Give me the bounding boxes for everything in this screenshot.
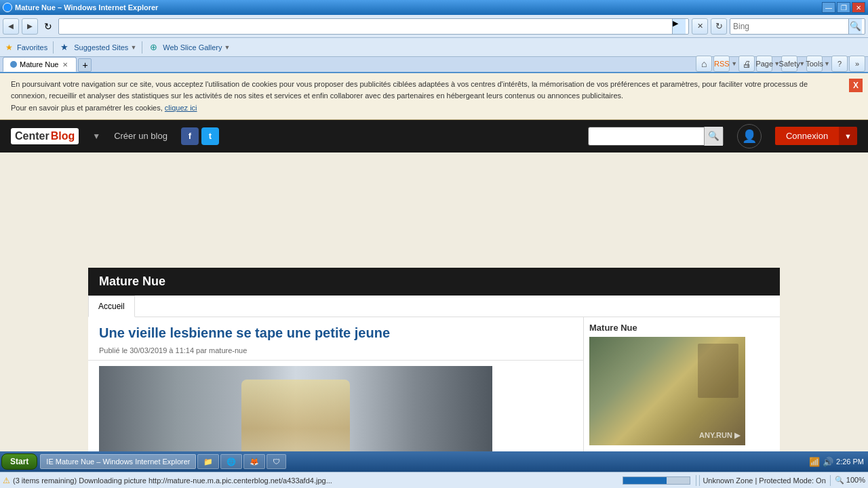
status-separator-1	[696, 475, 696, 486]
cookie-text-more: Pour en savoir plus et paramétrer les co…	[11, 104, 163, 112]
taskbar-item-folder[interactable]: 📁	[197, 454, 219, 469]
zone-text: Unknown Zone | Protected Mode: On	[703, 476, 825, 485]
create-blog-button[interactable]: Créer un blog	[114, 131, 167, 141]
header-search-input[interactable]	[589, 131, 704, 141]
suggested-sites-icon: ★	[59, 42, 70, 53]
cookie-close-button[interactable]: X	[849, 79, 863, 92]
web-slice-icon: ⊕	[148, 42, 159, 53]
speaker-icon: 🔊	[823, 457, 833, 467]
minimize-button[interactable]: —	[822, 2, 835, 13]
taskbar: Start IE Mature Nue – Windows Internet E…	[0, 451, 868, 472]
status-text: (3 items remaining) Downloading picture …	[13, 476, 332, 485]
network-icon: 📶	[809, 457, 820, 467]
new-tab-button[interactable]: +	[78, 58, 92, 72]
home-button[interactable]: ⌂	[696, 56, 712, 72]
web-slice-gallery-arrow: ▼	[224, 44, 231, 51]
connexion-dropdown-button[interactable]: ▼	[839, 127, 857, 145]
cookie-banner: En poursuivant votre navigation sur ce s…	[0, 73, 868, 120]
tab-loading-spinner	[10, 61, 17, 68]
taskbar-items: IE Mature Nue – Windows Internet Explore…	[40, 454, 809, 469]
close-button[interactable]: ✕	[852, 2, 865, 13]
favorites-link[interactable]: Favorites	[17, 43, 47, 52]
article-meta: Publié le 30/03/2019 à 11:14 par mature-…	[88, 346, 583, 361]
safety-dropdown-arrow[interactable]: ▼	[799, 60, 805, 67]
taskbar-item-0[interactable]: IE Mature Nue – Windows Internet Explore…	[40, 454, 196, 469]
zoom-button[interactable]: 🔍 100%	[835, 476, 865, 485]
active-tab[interactable]: Mature Nue ✕	[3, 57, 77, 72]
logo-blog-text: Blog	[51, 130, 75, 142]
start-label: Start	[10, 457, 28, 466]
web-slice-gallery-label: Web Slice Gallery	[163, 43, 222, 52]
suggested-sites-link[interactable]: Suggested Sites ▼	[74, 43, 136, 52]
address-bar[interactable]: http://mature-nue.centerblog.net/ ▶	[58, 18, 689, 35]
blog-header-bar: Mature Nue	[88, 268, 780, 296]
blog-title: Mature Nue	[99, 274, 769, 289]
taskbar-item-antivirus[interactable]: 🛡	[267, 454, 286, 469]
safety-button[interactable]: Safety	[781, 56, 797, 72]
tab-label: Mature Nue	[20, 60, 58, 68]
search-input[interactable]	[733, 22, 848, 31]
status-bar: ⚠ (3 items remaining) Downloading pictur…	[0, 472, 868, 488]
title-bar: Mature Nue – Windows Internet Explorer —…	[0, 0, 868, 15]
help-button[interactable]: ?	[831, 56, 848, 72]
address-input[interactable]: http://mature-nue.centerblog.net/	[62, 22, 672, 31]
status-separator-2	[699, 475, 700, 486]
page-button[interactable]: Page	[756, 56, 772, 72]
stop-button[interactable]: ✕	[692, 18, 708, 35]
refresh-button[interactable]: ↻	[41, 19, 56, 34]
clock: 2:26 PM	[836, 458, 864, 466]
restore-button[interactable]: ❐	[837, 2, 850, 13]
nav-bar: ◄ ► ↻ http://mature-nue.centerblog.net/ …	[0, 15, 868, 38]
connexion-wrapper: Connexion ▼	[775, 127, 857, 145]
start-button[interactable]: Start	[1, 453, 37, 470]
expand-button[interactable]: »	[849, 56, 865, 72]
blog-nav: Accueil	[88, 296, 780, 317]
favorites-label: Favorites	[17, 43, 47, 52]
print-button[interactable]: 🖨	[738, 56, 755, 72]
progress-bar	[623, 477, 667, 484]
suggested-sites-label: Suggested Sites	[74, 43, 128, 52]
title-bar-left: Mature Nue – Windows Internet Explorer	[3, 3, 158, 12]
sidebar-image: ANY.RUN ▶	[589, 337, 745, 445]
rss-dropdown-arrow[interactable]: ▼	[731, 60, 737, 67]
logo-dropdown-arrow[interactable]: ▼	[92, 131, 100, 141]
tab-close-button[interactable]: ✕	[61, 61, 69, 68]
taskbar-right: 📶 🔊 2:26 PM	[809, 457, 864, 467]
taskbar-item-firefox[interactable]: 🦊	[243, 454, 265, 469]
forward-button[interactable]: ►	[22, 18, 38, 35]
connexion-button[interactable]: Connexion	[775, 127, 839, 145]
header-search-button[interactable]: 🔍	[704, 127, 723, 146]
ad-area	[0, 152, 868, 268]
window-title: Mature Nue – Windows Internet Explorer	[15, 3, 158, 12]
twitter-icon[interactable]: t	[201, 127, 219, 145]
user-icon-button[interactable]: 👤	[737, 124, 762, 148]
address-go-button[interactable]: ▶	[672, 19, 686, 34]
taskbar-item-ie2[interactable]: 🌐	[220, 454, 242, 469]
tools-button[interactable]: Tools	[806, 56, 823, 72]
toolbar-separator-2	[142, 41, 142, 54]
status-right: Unknown Zone | Protected Mode: On 🔍 100%	[703, 475, 865, 486]
search-bar[interactable]: 🔍	[730, 18, 865, 35]
sidebar-title: Mature Nue	[589, 323, 774, 333]
article-title: Une vieille lesbienne se tape une petite…	[88, 317, 583, 346]
facebook-icon[interactable]: f	[181, 127, 199, 145]
status-info: ⚠ (3 items remaining) Downloading pictur…	[3, 476, 617, 485]
status-separator-3	[830, 475, 831, 486]
refresh-button2[interactable]: ↻	[711, 18, 727, 35]
rss-button[interactable]: RSS	[713, 56, 730, 72]
social-icons: f t	[181, 127, 219, 145]
anyrun-watermark: ANY.RUN ▶	[699, 431, 740, 440]
tools-dropdown-arrow[interactable]: ▼	[824, 60, 830, 67]
cookie-link[interactable]: cliquez ici	[165, 104, 197, 112]
favorites-icon: ★	[5, 43, 13, 52]
toolbar-separator-1	[53, 41, 54, 54]
accueil-tab[interactable]: Accueil	[88, 296, 135, 317]
progress-bar-container	[623, 476, 690, 485]
taskbar-item-label-0: IE	[46, 458, 53, 466]
taskbar-item-title-0: Mature Nue – Windows Internet Explorer	[56, 458, 191, 466]
header-search-bar[interactable]: 🔍	[588, 127, 724, 146]
web-slice-gallery-link[interactable]: Web Slice Gallery ▼	[163, 43, 230, 52]
back-button[interactable]: ◄	[3, 18, 19, 35]
search-button[interactable]: 🔍	[848, 19, 862, 34]
toolbar-bar: ★ Favorites ★ Suggested Sites ▼ ⊕ Web Sl…	[0, 38, 868, 57]
